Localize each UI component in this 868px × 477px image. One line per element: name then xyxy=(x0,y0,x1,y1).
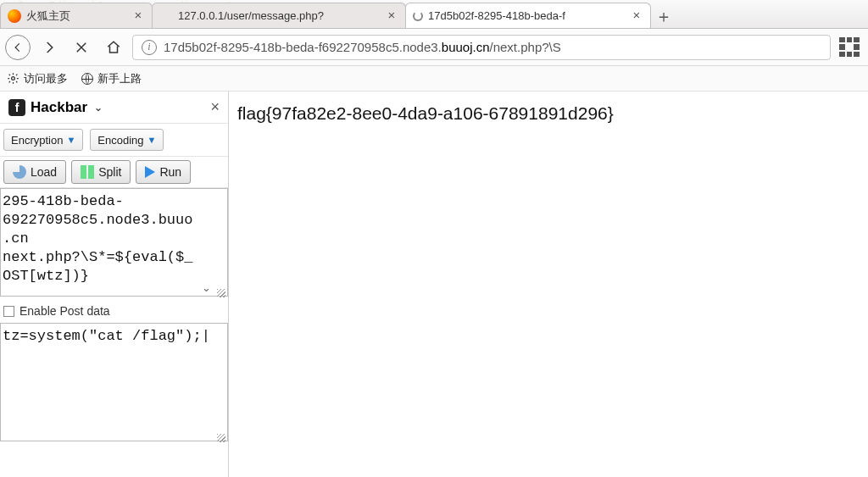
resize-grip-icon[interactable] xyxy=(217,434,225,442)
hackbar-logo-icon: f xyxy=(8,99,25,116)
load-label: Load xyxy=(31,165,57,179)
url-textarea[interactable] xyxy=(0,188,228,297)
close-icon[interactable]: × xyxy=(210,98,220,116)
triangle-down-icon: ▼ xyxy=(66,135,75,145)
tab-title: 127.0.0.1/user/message.php? xyxy=(178,9,380,22)
firefox-icon xyxy=(8,9,21,23)
hackbar-action-row: Load Split Run xyxy=(0,157,228,188)
hackbar-encoding-row: Encryption ▼ Encoding ▼ xyxy=(0,124,228,157)
run-button[interactable]: Run xyxy=(136,160,191,184)
split-button[interactable]: Split xyxy=(71,160,131,184)
bookmark-label: 访问最多 xyxy=(24,71,68,86)
close-icon[interactable]: × xyxy=(630,9,643,23)
qr-icon xyxy=(839,37,860,58)
hackbar-title[interactable]: f Hackbar ⌄ xyxy=(8,99,103,116)
url-suffix: /next.php?\S xyxy=(490,40,561,54)
url-textarea-wrap: ⌄ xyxy=(0,188,228,299)
svg-point-0 xyxy=(12,77,15,80)
hackbar-header: f Hackbar ⌄ × xyxy=(0,92,228,124)
nav-toolbar: i 17d5b02f-8295-418b-beda-f692270958c5.n… xyxy=(0,29,868,66)
encoding-label: Encoding xyxy=(97,134,143,147)
post-textarea-wrap xyxy=(0,323,228,444)
chevron-down-icon: ⌄ xyxy=(94,102,103,114)
flag-text: flag{97fa82e2-8ee0-4da9-a106-67891891d29… xyxy=(237,103,614,123)
bookmark-getting-started[interactable]: 新手上路 xyxy=(81,71,142,86)
post-data-textarea[interactable] xyxy=(0,323,228,441)
tab-strip: nsole Edit h1 × div const HTML CSS • hea… xyxy=(0,0,868,29)
blank-favicon-icon xyxy=(159,9,173,23)
forward-button[interactable] xyxy=(36,34,63,61)
globe-icon xyxy=(81,73,93,85)
main-area: f Hackbar ⌄ × Encryption ▼ Encoding ▼ Lo… xyxy=(0,92,868,477)
url-host: buuoj.cn xyxy=(442,40,490,54)
tab-title: 火狐主页 xyxy=(26,8,126,24)
address-bar[interactable]: i 17d5b02f-8295-418b-beda-f692270958c5.n… xyxy=(132,35,831,60)
play-icon xyxy=(145,166,155,178)
tab-localhost[interactable]: 127.0.0.1/user/message.php? × xyxy=(152,3,406,28)
tab-challenge[interactable]: 17d5b02f-8295-418b-beda-f × xyxy=(405,3,651,28)
bookmarks-toolbar: 访问最多 新手上路 xyxy=(0,66,868,92)
load-button[interactable]: Load xyxy=(3,160,66,184)
enable-post-label: Enable Post data xyxy=(19,304,110,318)
triangle-down-icon: ▼ xyxy=(147,135,157,145)
gear-icon xyxy=(7,72,19,85)
close-icon[interactable]: × xyxy=(385,9,398,23)
hackbar-title-text: Hackbar xyxy=(31,99,87,116)
bookmark-label: 新手上路 xyxy=(97,71,142,86)
hackbar-panel: f Hackbar ⌄ × Encryption ▼ Encoding ▼ Lo… xyxy=(0,92,229,477)
tab-title: 17d5b02f-8295-418b-beda-f xyxy=(428,9,625,22)
stop-button[interactable] xyxy=(68,34,95,61)
url-prefix: 17d5b02f-8295-418b-beda-f692270958c5.nod… xyxy=(164,40,442,54)
home-button[interactable] xyxy=(100,34,127,61)
loading-icon xyxy=(413,11,423,21)
encryption-dropdown[interactable]: Encryption ▼ xyxy=(3,129,83,151)
run-label: Run xyxy=(159,165,181,179)
checkbox-icon[interactable] xyxy=(3,306,14,317)
site-info-icon[interactable]: i xyxy=(142,40,157,55)
split-label: Split xyxy=(98,165,121,179)
url-text: 17d5b02f-8295-418b-beda-f692270958c5.nod… xyxy=(164,40,821,54)
qr-code-button[interactable] xyxy=(836,34,863,61)
new-tab-button[interactable]: ＋ xyxy=(650,4,677,28)
load-icon xyxy=(13,165,26,179)
tab-firefox-home[interactable]: 火狐主页 × xyxy=(0,3,153,28)
bookmark-most-visited[interactable]: 访问最多 xyxy=(7,71,68,86)
close-icon[interactable]: × xyxy=(131,9,145,23)
encoding-dropdown[interactable]: Encoding ▼ xyxy=(90,129,164,151)
resize-grip-icon[interactable] xyxy=(217,289,225,297)
split-icon xyxy=(81,165,94,179)
enable-post-toggle[interactable]: Enable Post data xyxy=(0,299,228,323)
encryption-label: Encryption xyxy=(11,134,63,147)
chevron-down-icon[interactable]: ⌄ xyxy=(202,281,211,294)
page-content: flag{97fa82e2-8ee0-4da9-a106-67891891d29… xyxy=(229,92,868,477)
back-button[interactable] xyxy=(5,35,31,60)
